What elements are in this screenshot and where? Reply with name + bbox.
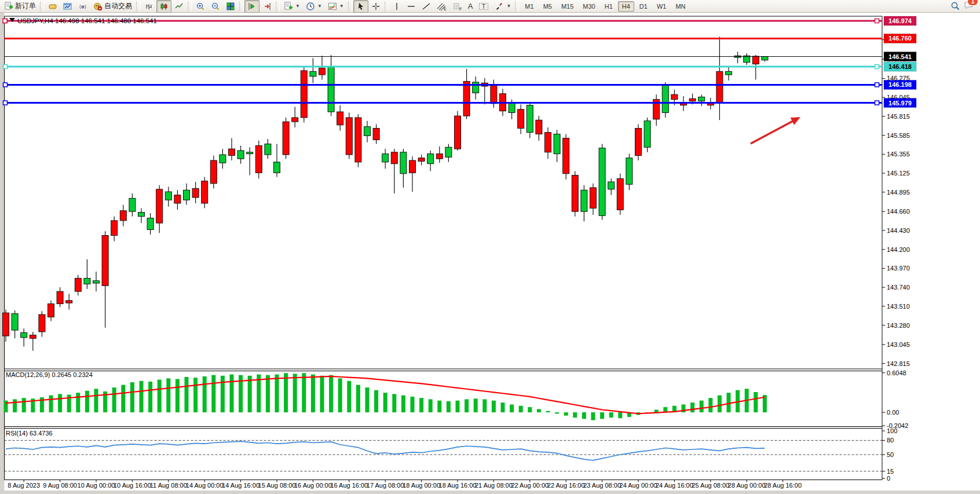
timeframe-H1[interactable]: H1 <box>601 1 617 12</box>
timeframe-W1[interactable]: W1 <box>653 1 671 12</box>
chart-shift-button[interactable] <box>259 0 275 13</box>
candlestick-chart-button[interactable] <box>156 0 171 13</box>
crosshair-tool-button[interactable] <box>368 0 383 13</box>
line-handle[interactable] <box>875 65 879 69</box>
text-tool-button[interactable]: A <box>465 0 476 13</box>
tile-windows-button[interactable] <box>223 0 238 13</box>
candle <box>509 103 515 112</box>
macd-histogram-bar <box>700 401 704 412</box>
price-tick-label: 144.660 <box>887 208 910 215</box>
separator <box>276 1 280 12</box>
macd-histogram-bar <box>203 376 207 412</box>
arrows-tool-button[interactable]: ▼ <box>492 0 514 13</box>
timeframe-M1[interactable]: M1 <box>521 1 537 12</box>
macd-histogram-bar <box>130 382 134 412</box>
auto-trading-button[interactable]: 自动交易 <box>90 0 135 13</box>
channel-tool-button[interactable]: E <box>434 0 449 13</box>
candle <box>21 332 27 338</box>
candle <box>391 152 397 164</box>
timeframe-M5[interactable]: M5 <box>539 1 556 12</box>
auto-scroll-button[interactable] <box>244 0 259 13</box>
line-handle[interactable] <box>875 83 879 87</box>
candle <box>120 211 126 221</box>
macd-histogram-bar <box>311 375 315 412</box>
search-icon[interactable] <box>950 1 960 11</box>
periods-button[interactable]: ▼ <box>303 0 325 13</box>
macd-axis-label: 0.00 <box>887 409 899 416</box>
candle <box>84 278 90 284</box>
macd-histogram-bar <box>76 393 80 412</box>
time-axis-label: 8 Aug 2023 <box>8 482 40 489</box>
macd-histogram-bar <box>293 374 297 412</box>
timeframe-M30[interactable]: M30 <box>579 1 599 12</box>
signals-button[interactable] <box>75 0 90 13</box>
macd-histogram-bar <box>166 378 170 412</box>
timeframe-M15[interactable]: M15 <box>557 1 577 12</box>
new-order-button[interactable]: 新订单 <box>1 0 39 13</box>
chevron-down-icon: ▼ <box>317 3 322 9</box>
price-chart[interactable]: 146.745146.510146.275146.045145.815145.5… <box>0 13 980 494</box>
macd-histogram-bar <box>374 390 378 412</box>
fibonacci-tool-button[interactable]: F <box>449 0 465 13</box>
candle <box>436 154 443 159</box>
line-handle[interactable] <box>3 19 7 23</box>
tile-windows-icon <box>226 2 235 11</box>
line-handle[interactable] <box>3 65 8 69</box>
price-level-badge-text: 146.198 <box>888 81 912 88</box>
candle <box>102 235 108 286</box>
candle <box>518 109 524 129</box>
candle <box>328 67 334 112</box>
line-chart-button[interactable] <box>171 0 187 13</box>
label-tool-button[interactable]: T <box>476 0 492 13</box>
timeframe-toolbar: M1M5M15M30H1H4D1W1MN <box>520 0 690 13</box>
cursor-tool-button[interactable] <box>353 0 368 13</box>
chart-window-button[interactable] <box>60 0 75 13</box>
line-handle[interactable] <box>3 101 8 105</box>
candle <box>536 120 542 134</box>
candle <box>229 149 235 155</box>
zoom-in-button[interactable] <box>193 0 208 13</box>
separator <box>239 1 243 12</box>
candle <box>581 190 587 211</box>
line-handle[interactable] <box>875 101 879 105</box>
notifications-button[interactable]: 1 <box>964 1 974 12</box>
timeframe-MN[interactable]: MN <box>671 1 689 12</box>
candle <box>473 82 479 93</box>
market-watch-button[interactable] <box>45 0 60 13</box>
candle <box>382 154 389 162</box>
price-tick-label: 143.045 <box>887 341 910 348</box>
candle <box>572 175 578 212</box>
candle <box>762 57 768 60</box>
candle <box>75 278 81 291</box>
trendline-tool-button[interactable] <box>419 0 434 13</box>
candle <box>283 122 289 155</box>
indicators-button[interactable]: ▼ <box>281 0 303 13</box>
bid-price-badge-text: 146.541 <box>888 53 912 60</box>
macd-histogram-bar <box>347 381 351 412</box>
macd-histogram-bar <box>193 378 198 412</box>
chart-title: USDJPY,H4 146.498 146.541 146.480 146.54… <box>17 17 157 24</box>
candle <box>174 195 181 203</box>
chevron-down-icon: ▼ <box>506 3 511 9</box>
horizontal-line-tool-button[interactable] <box>404 0 419 13</box>
price-tick-label: 144.200 <box>887 246 910 253</box>
line-handle[interactable] <box>875 19 879 23</box>
macd-histogram-bar <box>58 394 62 412</box>
candle <box>373 129 379 140</box>
main-toolbar: 新订单 自动交易 <box>0 0 980 13</box>
vertical-line-tool-button[interactable] <box>390 0 404 13</box>
line-handle[interactable] <box>3 83 8 87</box>
candle <box>301 71 307 118</box>
candle <box>138 213 145 217</box>
candle <box>491 86 497 104</box>
candle <box>617 178 623 210</box>
timeframe-H4[interactable]: H4 <box>618 1 634 12</box>
time-axis-label: 10 Aug 16:00 <box>114 482 151 489</box>
templates-button[interactable]: ▼ <box>325 0 347 13</box>
zoom-in-icon <box>196 2 205 11</box>
zoom-out-button[interactable] <box>208 0 223 13</box>
macd-histogram-bar <box>13 399 17 412</box>
arrows-icon <box>495 2 504 11</box>
timeframe-D1[interactable]: D1 <box>635 1 652 12</box>
bar-chart-button[interactable] <box>141 0 156 13</box>
